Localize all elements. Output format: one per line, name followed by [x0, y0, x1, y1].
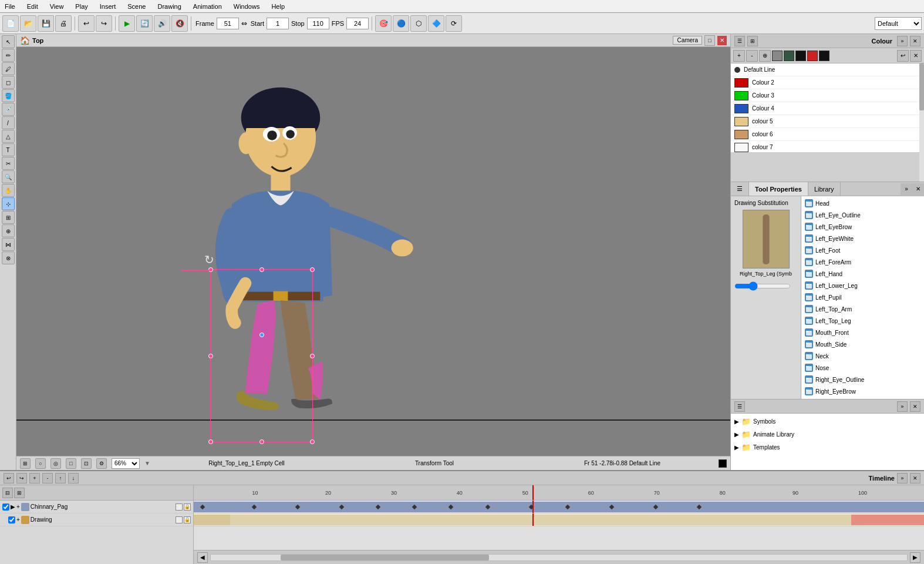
- color-swatch-dark[interactable]: [784, 51, 794, 61]
- tab-tool-properties[interactable]: Tool Properties: [749, 182, 808, 196]
- lib-item-16[interactable]: Right_EyeBrow: [802, 385, 923, 397]
- color-link-btn[interactable]: ⊕: [759, 50, 771, 62]
- handle-bl[interactable]: [208, 439, 213, 444]
- color-swatch-gray[interactable]: [772, 51, 783, 61]
- menu-windows[interactable]: Windows: [231, 2, 262, 11]
- lib-item-0[interactable]: Head: [802, 197, 923, 209]
- lib-item-6[interactable]: Left_Hand: [802, 268, 923, 280]
- handle-ml[interactable]: [208, 354, 213, 358]
- handle-mr[interactable]: [310, 354, 315, 358]
- lib-item-3[interactable]: Left_EyeWhite: [802, 233, 923, 244]
- playhead[interactable]: [532, 485, 534, 500]
- color-swatch-black2[interactable]: [819, 51, 829, 61]
- view-dropdown[interactable]: Default: [875, 17, 922, 30]
- tl-icon6[interactable]: ↓: [68, 473, 79, 484]
- hand-tool[interactable]: ✋: [2, 184, 15, 197]
- zoom-tool[interactable]: 🔍: [2, 170, 15, 183]
- color-row-0[interactable]: Default Line: [731, 63, 919, 76]
- color-row-6[interactable]: colour 7: [731, 141, 919, 152]
- canvas-icon6[interactable]: ⚙: [96, 458, 107, 469]
- pivot-tool[interactable]: ⊕: [2, 224, 15, 237]
- save-button[interactable]: 💾: [38, 15, 54, 32]
- brush-tool[interactable]: 🖊: [2, 62, 15, 75]
- mute-button[interactable]: 🔇: [171, 15, 188, 32]
- track2-add[interactable]: +: [16, 516, 20, 523]
- tool5[interactable]: ⟳: [446, 15, 462, 32]
- color-swatch-red[interactable]: [807, 51, 818, 61]
- track1-add[interactable]: +: [16, 503, 20, 510]
- scene-item-2[interactable]: ▶ 📁 Templates: [732, 441, 923, 454]
- scene-close-btn[interactable]: ✕: [910, 401, 920, 412]
- tl-icon1[interactable]: ↩: [4, 473, 14, 484]
- fps-input[interactable]: [346, 18, 369, 29]
- color-row-3[interactable]: Colour 4: [731, 102, 919, 115]
- lib-item-15[interactable]: Right_Eye_Outline: [802, 374, 923, 385]
- frame-input[interactable]: [217, 18, 239, 29]
- color-add-btn[interactable]: +: [733, 50, 745, 62]
- tl-expand-btn[interactable]: »: [897, 473, 908, 484]
- panel-close-icon[interactable]: ✕: [910, 36, 920, 46]
- morph-tool[interactable]: ⋈: [2, 238, 15, 251]
- poly-tool[interactable]: △: [2, 130, 15, 143]
- track2-checkbox[interactable]: [8, 516, 15, 523]
- canvas-icon5[interactable]: ⊡: [81, 458, 92, 469]
- handle-bm[interactable]: [259, 439, 264, 444]
- lib-item-14[interactable]: Nose: [802, 362, 923, 374]
- lib-item-1[interactable]: Left_Eye_Outline: [802, 209, 923, 221]
- lib-item-8[interactable]: Left_Pupil: [802, 291, 923, 303]
- tl-add-layer[interactable]: +: [29, 473, 40, 484]
- select-tool[interactable]: ↖: [2, 35, 15, 48]
- line-tool[interactable]: /: [2, 116, 15, 129]
- loop-button[interactable]: 🔄: [136, 15, 153, 32]
- scene-item-0[interactable]: ▶ 📁 Symbols: [732, 415, 923, 428]
- menu-file[interactable]: File: [2, 2, 18, 11]
- color-next-btn[interactable]: ✕: [910, 50, 922, 62]
- track1-expand[interactable]: ▶: [11, 503, 15, 510]
- canvas-icon2[interactable]: ○: [35, 458, 46, 469]
- track1-checkbox[interactable]: [2, 503, 9, 511]
- rigging-tool[interactable]: ⊞: [2, 211, 15, 224]
- lib-item-13[interactable]: Neck: [802, 350, 923, 362]
- undo-button[interactable]: ↩: [78, 15, 95, 32]
- canvas-icon1[interactable]: ⊞: [20, 458, 31, 469]
- panel-close-btn[interactable]: ✕: [912, 183, 924, 195]
- panel-expand-icon[interactable]: »: [897, 36, 908, 46]
- frame-stepper[interactable]: ⇔: [241, 19, 247, 28]
- transform-tool[interactable]: ⊹: [2, 197, 15, 210]
- scene-expand-btn[interactable]: »: [897, 401, 908, 412]
- lib-item-10[interactable]: Left_Top_Leg: [802, 315, 923, 327]
- tl-icon5[interactable]: ↑: [55, 473, 66, 484]
- lib-item-17[interactable]: Right_EyeWhite: [802, 397, 923, 399]
- handle-tm[interactable]: [259, 267, 264, 272]
- menu-drawing[interactable]: Drawing: [155, 2, 183, 11]
- tl-scroll-left[interactable]: ◀: [197, 552, 208, 563]
- lib-item-11[interactable]: Mouth_Front: [802, 327, 923, 338]
- canvas-icon3[interactable]: ◎: [50, 458, 61, 469]
- print-button[interactable]: 🖨: [55, 15, 72, 32]
- camera-button[interactable]: Camera: [673, 36, 702, 45]
- canvas-close-button[interactable]: ✕: [717, 36, 727, 45]
- drawing-sub-slider[interactable]: [734, 281, 791, 291]
- open-button[interactable]: 📂: [20, 15, 36, 32]
- start-input[interactable]: [267, 18, 289, 29]
- track2-lock[interactable]: 🔒: [184, 516, 191, 523]
- tool4[interactable]: 🔷: [428, 15, 444, 32]
- scene-panel-icon[interactable]: ☰: [734, 401, 745, 412]
- color-prev-btn[interactable]: ↩: [897, 50, 909, 62]
- color-swatch-black[interactable]: [795, 51, 806, 61]
- tl-horizontal-scroll[interactable]: [210, 554, 908, 561]
- tl-close-btn[interactable]: ✕: [910, 473, 920, 484]
- canvas-icon4[interactable]: □: [66, 458, 76, 469]
- color-row-5[interactable]: colour 6: [731, 128, 919, 141]
- lib-item-12[interactable]: Mouth_Side: [802, 338, 923, 350]
- tl-add-cell[interactable]: ⊞: [14, 488, 25, 498]
- menu-animation[interactable]: Animation: [191, 2, 224, 11]
- canvas[interactable]: ↻: [16, 47, 730, 456]
- tool2[interactable]: 🔵: [393, 15, 409, 32]
- menu-play[interactable]: Play: [73, 2, 90, 11]
- tab-library[interactable]: Library: [808, 182, 841, 196]
- menu-scene[interactable]: Scene: [125, 2, 148, 11]
- play-button[interactable]: ▶: [119, 15, 135, 32]
- tl-icon2[interactable]: ↪: [16, 473, 27, 484]
- stop-input[interactable]: [307, 18, 329, 29]
